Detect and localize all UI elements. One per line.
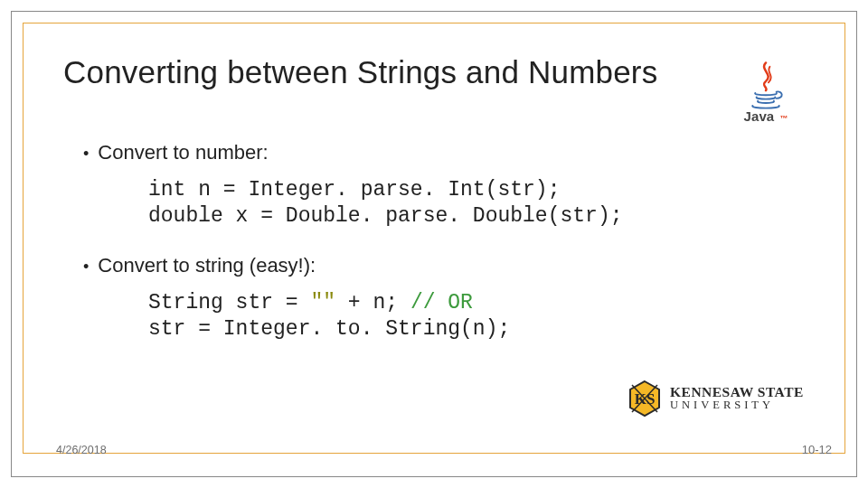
code-block-1: int n = Integer. parse. Int(str); double… bbox=[148, 177, 805, 230]
code-line: String str = "" + n; // OR bbox=[148, 291, 473, 314]
ksu-name: KENNESAW STATE bbox=[670, 386, 804, 399]
java-logo: Java™ bbox=[731, 61, 800, 132]
code-comment: // OR bbox=[410, 291, 473, 314]
bullet-convert-to-string: Convert to string (easy!): bbox=[83, 254, 805, 277]
footer-page-number: 10-12 bbox=[802, 443, 832, 456]
code-line: double x = Double. parse. Double(str); bbox=[148, 204, 623, 228]
ksu-mark-icon: KS bbox=[627, 379, 663, 418]
code-line: str = Integer. to. String(n); bbox=[148, 317, 510, 341]
footer-date: 4/26/2018 bbox=[56, 444, 107, 456]
java-cup-icon bbox=[746, 61, 786, 110]
string-literal: "" bbox=[310, 291, 335, 314]
ksu-text: KENNESAW STATE UNIVERSITY bbox=[670, 386, 804, 412]
slide-title: Converting between Strings and Numbers bbox=[63, 54, 805, 90]
code-line: int n = Integer. parse. Int(str); bbox=[148, 178, 560, 202]
ksu-university: UNIVERSITY bbox=[670, 400, 804, 411]
bullet-convert-to-number: Convert to number: bbox=[83, 141, 805, 164]
trademark-icon: ™ bbox=[779, 114, 788, 123]
java-wordmark: Java bbox=[744, 108, 775, 124]
ksu-logo: KS KENNESAW STATE UNIVERSITY bbox=[627, 374, 821, 423]
code-block-2: String str = "" + n; // OR str = Integer… bbox=[148, 290, 805, 343]
java-logo-text: Java™ bbox=[744, 108, 788, 124]
slide: Converting between Strings and Numbers J… bbox=[0, 0, 868, 488]
